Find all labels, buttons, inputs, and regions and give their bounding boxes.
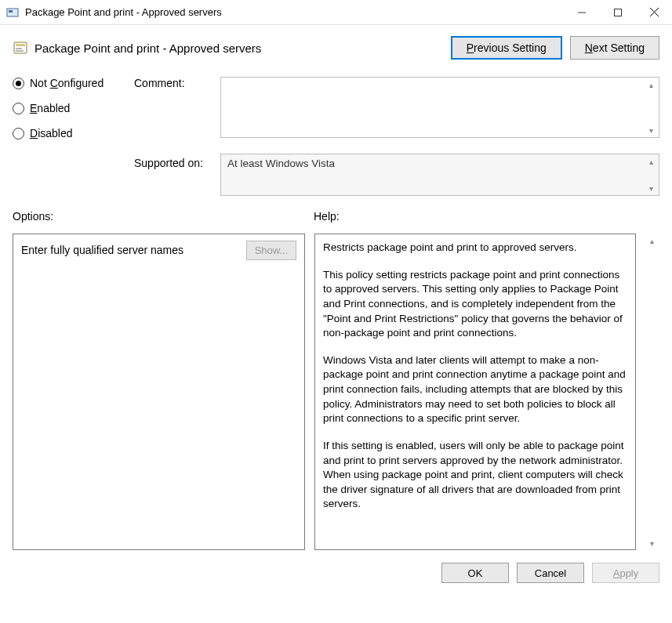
option-server-names-label: Enter fully qualified server names — [21, 241, 237, 258]
help-paragraph: If this setting is enabled, users will o… — [323, 439, 627, 512]
cancel-button[interactable]: Cancel — [517, 563, 584, 583]
apply-button[interactable]: Apply — [592, 563, 659, 583]
scrollbar-track[interactable] — [645, 248, 659, 536]
scroll-down-icon[interactable]: ▾ — [645, 183, 656, 194]
close-button[interactable] — [636, 0, 672, 25]
supported-on-field: At least Windows Vista ▴ ▾ — [220, 154, 659, 196]
help-paragraph: Restricts package point and print to app… — [323, 241, 627, 255]
dialog-footer: OK Cancel Apply — [0, 550, 672, 583]
options-panel: Enter fully qualified server names Show.… — [13, 234, 305, 550]
help-paragraph: This policy setting restricts package po… — [323, 268, 627, 341]
comment-textarea[interactable]: ▴ ▾ — [220, 77, 659, 138]
help-label: Help: — [314, 210, 659, 223]
window-title: Package Point and print - Approved serve… — [25, 6, 564, 18]
policy-icon — [13, 40, 28, 56]
options-label: Options: — [13, 210, 314, 223]
scroll-down-icon[interactable]: ▾ — [645, 125, 656, 136]
svg-rect-3 — [615, 9, 622, 16]
svg-rect-8 — [16, 48, 22, 49]
help-scrollbar[interactable]: ▴ ▾ — [645, 234, 659, 550]
policy-title: Package Point and print - Approved serve… — [35, 42, 261, 55]
show-button[interactable]: Show... — [246, 241, 296, 260]
scroll-up-icon[interactable]: ▴ — [645, 234, 659, 248]
svg-rect-7 — [16, 44, 25, 46]
next-setting-button[interactable]: Next Setting — [570, 36, 659, 60]
minimize-button[interactable] — [564, 0, 600, 25]
svg-rect-9 — [16, 50, 24, 52]
ok-button[interactable]: OK — [441, 563, 509, 583]
radio-not-configured[interactable]: Not Configured — [13, 77, 134, 89]
state-radio-group: Not Configured Enabled Disabled — [13, 77, 134, 139]
help-panel: Restricts package point and print to app… — [314, 234, 636, 550]
supported-on-label: Supported on: — [134, 154, 220, 196]
radio-disabled[interactable]: Disabled — [13, 127, 134, 139]
header-row: Package Point and print - Approved serve… — [13, 36, 659, 60]
radio-indicator-icon — [13, 103, 24, 114]
maximize-button[interactable] — [600, 0, 636, 25]
scroll-down-icon[interactable]: ▾ — [645, 536, 659, 550]
radio-indicator-icon — [13, 128, 24, 139]
svg-rect-1 — [9, 10, 13, 13]
scroll-up-icon[interactable]: ▴ — [645, 79, 656, 90]
comment-label: Comment: — [134, 77, 220, 89]
scroll-up-icon[interactable]: ▴ — [645, 156, 656, 167]
help-paragraph: Windows Vista and later clients will att… — [323, 353, 627, 426]
radio-enabled[interactable]: Enabled — [13, 102, 134, 114]
titlebar: Package Point and print - Approved serve… — [0, 0, 672, 25]
radio-indicator-icon — [13, 78, 24, 89]
app-icon — [6, 6, 19, 19]
window-controls — [564, 0, 672, 25]
previous-setting-button[interactable]: Previous Setting — [451, 36, 562, 60]
